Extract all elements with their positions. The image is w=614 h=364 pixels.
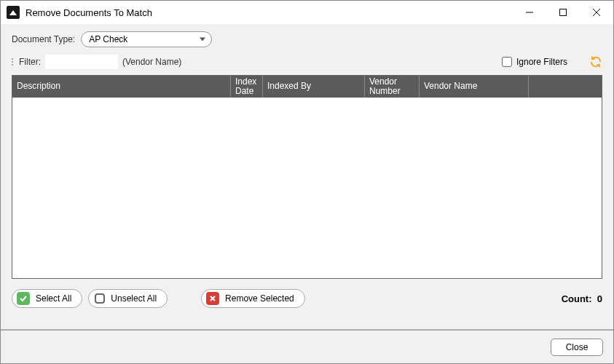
ignore-filters-checkbox[interactable]: Ignore Filters	[502, 57, 567, 67]
window-title: Remove Documents To Match	[25, 7, 152, 18]
filter-right: Ignore Filters	[502, 55, 602, 68]
unselect-all-button[interactable]: Unselect All	[88, 289, 168, 308]
table-body	[12, 98, 602, 278]
col-vendor-name[interactable]: Vendor Name	[420, 76, 529, 98]
svg-rect-1	[560, 9, 567, 16]
minimize-button[interactable]	[513, 1, 546, 24]
remove-selected-button[interactable]: Remove Selected	[201, 289, 305, 308]
col-index-date[interactable]: Index Date	[231, 76, 263, 98]
document-type-value: AP Check	[89, 34, 127, 44]
check-icon	[17, 292, 30, 305]
close-button-label: Close	[566, 342, 589, 352]
count-display: Count: 0	[562, 293, 602, 304]
ignore-filters-label: Ignore Filters	[516, 57, 567, 67]
col-indexed-by[interactable]: Indexed By	[263, 76, 365, 98]
window-controls	[513, 1, 613, 24]
uncheck-icon	[95, 293, 105, 304]
dialog-footer: Close	[1, 330, 613, 363]
content-area: Document Type: AP Check Filter: (Vendor …	[1, 24, 613, 330]
close-button[interactable]: Close	[551, 339, 603, 356]
document-type-combobox[interactable]: AP Check	[81, 31, 212, 47]
document-type-label: Document Type:	[12, 34, 75, 44]
checkbox-icon	[502, 57, 512, 67]
remove-icon	[206, 292, 219, 305]
filter-label: Filter:	[19, 57, 41, 67]
grip-icon	[12, 58, 13, 66]
filter-left: Filter: (Vendor Name)	[12, 55, 181, 69]
maximize-button[interactable]	[546, 1, 580, 24]
select-all-button[interactable]: Select All	[12, 289, 82, 308]
filter-row: Filter: (Vendor Name) Ignore Filters	[12, 55, 602, 69]
unselect-all-label: Unselect All	[111, 293, 157, 304]
refresh-icon[interactable]	[589, 55, 602, 68]
close-window-button[interactable]	[580, 1, 613, 24]
titlebar: Remove Documents To Match	[1, 1, 613, 24]
titlebar-left: Remove Documents To Match	[7, 6, 152, 19]
filter-input[interactable]	[45, 55, 118, 69]
count-value: 0	[597, 293, 602, 304]
col-spacer	[529, 76, 602, 98]
filter-hint: (Vendor Name)	[122, 57, 181, 67]
app-icon	[7, 6, 20, 19]
col-description[interactable]: Description	[12, 76, 231, 98]
selection-buttons: Select All Unselect All Remove Selected	[12, 289, 305, 308]
bottom-row: Select All Unselect All Remove Selected …	[12, 289, 602, 308]
document-type-row: Document Type: AP Check	[12, 31, 602, 47]
select-all-label: Select All	[36, 293, 71, 304]
col-vendor-number[interactable]: Vendor Number	[365, 76, 420, 98]
remove-selected-label: Remove Selected	[225, 293, 294, 304]
table-header: Description Index Date Indexed By Vendor…	[12, 76, 602, 98]
documents-table: Description Index Date Indexed By Vendor…	[12, 75, 602, 279]
count-label: Count:	[562, 293, 592, 304]
